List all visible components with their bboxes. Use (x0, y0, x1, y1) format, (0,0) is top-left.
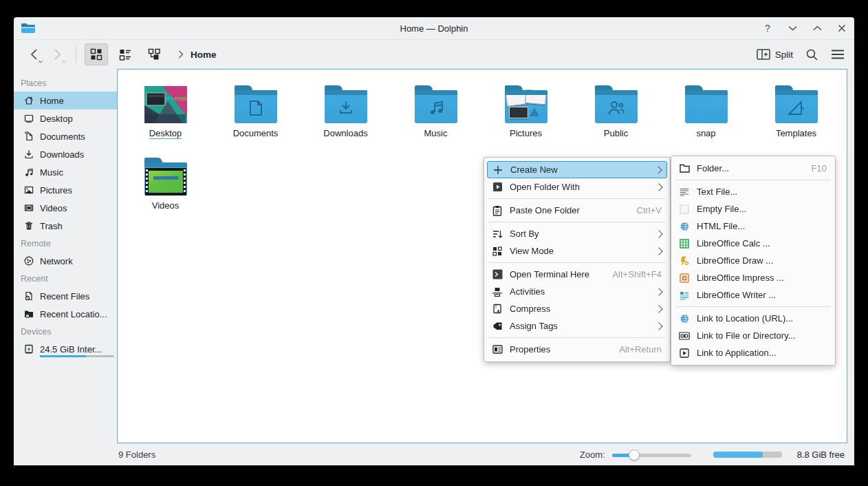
empty-file-icon (679, 204, 690, 215)
sidebar-item-music[interactable]: Music (14, 163, 117, 181)
folder-icon (685, 90, 728, 123)
sidebar-item-desktop[interactable]: Desktop (14, 109, 117, 127)
details-view-button[interactable] (113, 43, 137, 65)
sidebar-item-recent-files[interactable]: Recent Files (14, 287, 117, 305)
help-button[interactable]: ? (762, 23, 773, 34)
menu-item-view-mode[interactable]: View Mode (487, 242, 667, 260)
folder-item-public[interactable]: Public (571, 76, 661, 139)
sidebar-item-network[interactable]: Network (14, 252, 117, 270)
menu-item-create-new[interactable]: Create New (487, 161, 667, 178)
folder-item-downloads[interactable]: Downloads (301, 76, 391, 139)
menu-separator (488, 198, 666, 199)
submenu-arrow-icon (655, 322, 662, 330)
submenu-arrow-icon (655, 305, 662, 313)
maximize-button[interactable] (812, 23, 823, 34)
libreoffice-draw-icon (679, 255, 690, 266)
menu-separator (488, 262, 666, 263)
icons-view-button[interactable] (85, 43, 108, 65)
breadcrumb-home[interactable]: Home (191, 50, 217, 60)
menu-item-compress[interactable]: Compress (487, 300, 667, 317)
menu-separator (488, 337, 666, 338)
menu-item-properties[interactable]: Properties Alt+Return (487, 341, 667, 358)
close-button[interactable] (836, 23, 847, 34)
submenu-item-link-to-file[interactable]: Link to File or Directory... (674, 327, 832, 344)
compress-icon (492, 304, 503, 315)
sidebar-item-recent-locations[interactable]: Recent Locatio... (14, 305, 117, 323)
hamburger-menu-button[interactable] (831, 49, 845, 60)
back-button[interactable] (23, 45, 44, 64)
globe-icon (679, 313, 690, 324)
sidebar-item-pictures[interactable]: Pictures (14, 181, 117, 199)
menu-item-sort-by[interactable]: Sort By (487, 225, 667, 242)
menu-separator (675, 306, 831, 307)
split-icon (757, 49, 770, 60)
search-button[interactable] (805, 48, 818, 61)
application-icon (679, 348, 690, 359)
submenu-item-libreoffice-draw[interactable]: LibreOffice Draw ... (674, 252, 832, 269)
home-icon (23, 95, 34, 106)
sidebar-item-videos[interactable]: Videos (14, 199, 117, 217)
sidebar-item-label: Network (40, 256, 73, 266)
activities-icon (492, 286, 503, 297)
properties-icon (492, 344, 503, 355)
menu-item-paste-one-folder[interactable]: Paste One Folder Ctrl+V (487, 202, 667, 219)
submenu-item-libreoffice-calc[interactable]: LibreOffice Calc ... (674, 235, 832, 252)
folder-icon (235, 90, 277, 123)
svg-text:FOSS: FOSS (175, 96, 187, 101)
pictures-icon (23, 184, 34, 196)
sidebar-item-label: Documents (40, 131, 85, 142)
terminal-icon (492, 269, 503, 280)
folder-item-desktop[interactable]: IT'SFOSS Desktop (120, 76, 210, 139)
sidebar-item-label: Downloads (40, 149, 84, 160)
submenu-item-folder[interactable]: Folder... F10 (674, 160, 832, 177)
folder-icon (415, 90, 457, 123)
submenu-item-libreoffice-writer[interactable]: LibreOffice Writer ... (674, 286, 832, 304)
zoom-slider-handle[interactable] (629, 450, 640, 461)
folder-icon-pictures (505, 90, 547, 123)
sidebar-item-downloads[interactable]: Downloads (14, 145, 117, 163)
folder-item-snap[interactable]: snap (661, 76, 751, 139)
folder-icon (325, 90, 367, 123)
folder-item-templates[interactable]: Templates (751, 76, 841, 139)
menu-item-open-terminal-here[interactable]: Open Terminal Here Alt+Shift+F4 (487, 266, 667, 283)
submenu-arrow-icon (654, 166, 662, 173)
submenu-item-libreoffice-impress[interactable]: LibreOffice Impress ... (674, 269, 832, 286)
submenu-arrow-icon (655, 288, 662, 295)
videos-icon (23, 202, 34, 213)
menu-item-activities[interactable]: Activities (487, 283, 667, 300)
submenu-arrow-icon (655, 247, 662, 255)
sidebar-item-trash[interactable]: Trash (14, 217, 117, 235)
documents-icon (23, 131, 34, 142)
tree-view-button[interactable] (142, 43, 166, 65)
submenu-item-empty-file[interactable]: Empty File... (674, 200, 832, 218)
disk-usage-bar (713, 452, 782, 458)
zoom-label: Zoom: (580, 450, 605, 460)
desktop-icon (23, 113, 34, 124)
sidebar-item-home[interactable]: Home (14, 92, 117, 109)
folder-item-pictures[interactable]: Pictures (481, 76, 571, 139)
submenu-arrow-icon (655, 183, 662, 191)
forward-button[interactable] (47, 45, 67, 64)
sidebar-item-documents[interactable]: Documents (14, 127, 117, 145)
split-button[interactable]: Split (757, 49, 793, 60)
menu-item-open-folder-with[interactable]: Open Folder With (487, 178, 667, 196)
folder-icon (775, 90, 818, 123)
folder-item-videos[interactable]: Videos (120, 149, 210, 211)
dolphin-window: Home — Dolphin ? Home (14, 17, 854, 465)
folder-label: snap (696, 128, 715, 138)
folder-item-documents[interactable]: Documents (210, 76, 301, 139)
submenu-item-link-to-application[interactable]: Link to Application... (674, 344, 832, 361)
libreoffice-impress-icon (679, 273, 690, 284)
submenu-item-html-file[interactable]: HTML File... (674, 218, 832, 235)
sidebar-item-label: Recent Files (40, 291, 89, 302)
menu-item-assign-tags[interactable]: Assign Tags (487, 317, 667, 335)
split-label: Split (775, 50, 793, 60)
folder-item-music[interactable]: Music (391, 76, 481, 139)
context-menu: Create New Open Folder With Paste One Fo… (484, 157, 671, 362)
submenu-item-text-file[interactable]: Text File... (674, 183, 832, 200)
zoom-slider[interactable] (612, 450, 691, 461)
submenu-item-link-to-location[interactable]: Link to Location (URL)... (674, 310, 832, 327)
minimize-button[interactable] (787, 23, 798, 34)
folder-view[interactable]: IT'SFOSS Desktop Documents (117, 69, 847, 443)
sidebar-item-device[interactable]: 24.5 GiB Inter... (14, 340, 117, 358)
